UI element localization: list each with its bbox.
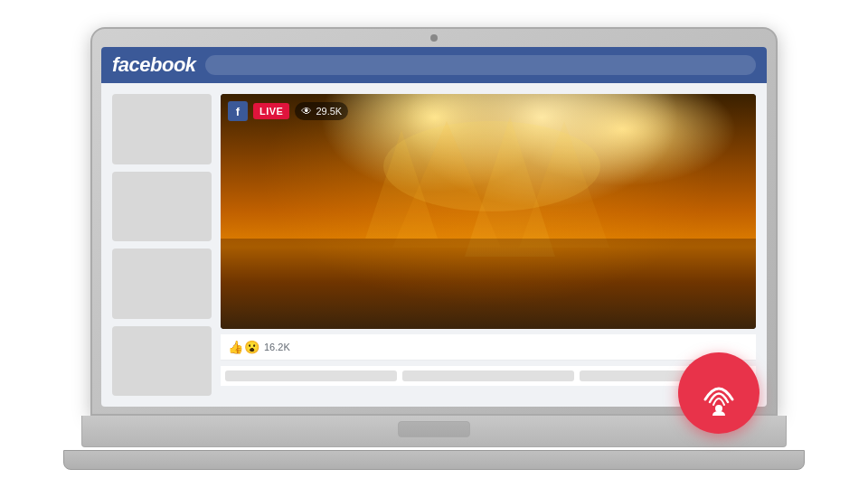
sidebar-block-3 (112, 248, 212, 319)
sidebar (112, 94, 212, 396)
search-bar[interactable] (205, 55, 756, 75)
broadcast-svg (696, 370, 741, 416)
action-placeholder-1 (225, 370, 397, 381)
facebook-logo: facebook (112, 53, 196, 77)
trackpad (398, 421, 470, 437)
sidebar-block-4 (112, 326, 212, 397)
view-count: 👁 29.5K (295, 102, 348, 120)
laptop: facebook (63, 27, 805, 470)
video-overlay: f LIVE 👁 29.5K (228, 101, 348, 121)
laptop-screen-bezel: facebook (90, 27, 778, 416)
wow-emoji: 😮 (244, 340, 259, 354)
reaction-emojis: 👍 😮 (228, 340, 259, 354)
view-count-value: 29.5K (316, 106, 342, 117)
main-feed: f LIVE 👁 29.5K 👍 (221, 94, 756, 396)
reaction-count: 16.2K (264, 342, 290, 352)
laptop-screen: facebook (101, 47, 767, 407)
fb-content: f LIVE 👁 29.5K 👍 (101, 83, 767, 407)
warm-glow (221, 94, 756, 329)
broadcast-icon (696, 370, 741, 416)
fb-small-icon: f (228, 101, 248, 121)
webcam (430, 34, 438, 42)
video-container[interactable]: f LIVE 👁 29.5K (221, 94, 756, 329)
thumbs-up-emoji: 👍 (228, 340, 243, 354)
action-placeholder-2 (402, 370, 574, 381)
laptop-bottom (63, 450, 805, 470)
svg-point-6 (715, 405, 722, 412)
sidebar-block-1 (112, 94, 212, 164)
facebook-header: facebook (101, 47, 767, 83)
sidebar-block-2 (112, 172, 212, 242)
concert-background (221, 94, 756, 329)
reactions-bar: 👍 😮 16.2K (221, 334, 756, 361)
action-bar (221, 366, 756, 386)
live-badge: LIVE (253, 103, 289, 119)
scene: facebook (45, 14, 823, 483)
eye-icon: 👁 (301, 105, 312, 117)
broadcast-button[interactable] (678, 352, 760, 434)
laptop-keyboard (81, 416, 787, 447)
